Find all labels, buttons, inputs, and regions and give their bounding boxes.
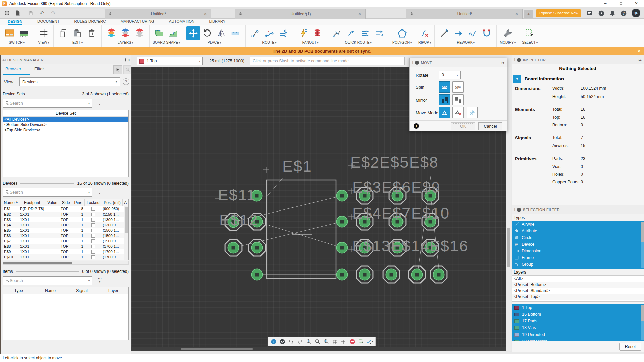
- new-tab-button[interactable]: +: [524, 10, 533, 18]
- column-header-side[interactable]: Side: [60, 199, 72, 206]
- document-tab[interactable]: Untitled*(1)✕: [235, 9, 366, 19]
- layer-row-16-bottom[interactable]: 16 Bottom: [512, 311, 644, 318]
- zoom-out-icon[interactable]: [314, 338, 321, 345]
- device-set-column-header[interactable]: Device Set: [3, 110, 128, 117]
- wrench-icon[interactable]: [501, 26, 515, 40]
- types-scrollbar[interactable]: [641, 222, 644, 268]
- save-icon[interactable]: [26, 9, 35, 17]
- board-outline-icon[interactable]: [153, 26, 166, 40]
- avatar[interactable]: QE: [632, 9, 640, 17]
- layer-row-1-top[interactable]: 1 Top: [512, 304, 644, 311]
- app-grid-icon[interactable]: [3, 9, 11, 17]
- spline-area-icon[interactable]: [167, 26, 180, 40]
- expired-subscribe-button[interactable]: Expired: Subscribe Now: [536, 9, 581, 17]
- layer-row-20-dimension[interactable]: 20 Dimension: [512, 338, 644, 341]
- multi-route-icon[interactable]: [359, 26, 372, 40]
- device-sets-search[interactable]: ▾: [3, 99, 92, 108]
- toolbar-group-label[interactable]: MODIFY▾: [500, 40, 516, 44]
- locked-checkbox[interactable]: [91, 218, 95, 222]
- menu-tab-manufacturing[interactable]: MANUFACTURING: [120, 19, 154, 25]
- mirror-tool-icon[interactable]: [215, 26, 228, 40]
- devices-menu-button[interactable]: ⋯▾: [95, 189, 105, 195]
- chevron-down-icon[interactable]: ▾: [88, 279, 90, 282]
- rotate-dropdown[interactable]: 0 ▾: [439, 71, 461, 79]
- expand-right-icon[interactable]: ▸▸: [502, 61, 505, 64]
- ruler-icon[interactable]: [229, 26, 242, 40]
- paste-icon[interactable]: [71, 26, 84, 40]
- type-row-frame[interactable]: Frame: [512, 254, 644, 261]
- select-cursor-button[interactable]: [113, 65, 122, 74]
- spin-off-button[interactable]: ypc: [452, 81, 464, 93]
- info-icon[interactable]: i: [414, 123, 419, 129]
- board-label[interactable]: E$4E$7E$10: [352, 204, 450, 222]
- delete-icon[interactable]: [85, 26, 98, 40]
- help-icon[interactable]: ?: [619, 9, 628, 18]
- redo-icon[interactable]: ↷: [49, 9, 58, 17]
- column-header-locked[interactable]: Locked: [84, 199, 102, 206]
- type-row-group[interactable]: Group: [512, 261, 644, 268]
- board-label[interactable]: E$12: [219, 211, 258, 229]
- rework-arrow-icon[interactable]: [452, 26, 465, 40]
- menu-tab-document[interactable]: DOCUMENT: [37, 19, 59, 25]
- toolbar-group-label[interactable]: POLYGON▾: [392, 40, 412, 44]
- table-row[interactable]: E$1P(R-PDIP-T8)TOP8(900 950): [3, 206, 128, 212]
- device-set-row[interactable]: <All Devices>: [3, 117, 128, 122]
- layers-red-icon[interactable]: [133, 26, 146, 40]
- locked-checkbox[interactable]: [91, 213, 95, 216]
- document-tab[interactable]: Untitled*✕: [105, 9, 211, 19]
- info-icon[interactable]: i: [270, 338, 277, 345]
- device-sets-search-input[interactable]: [10, 101, 88, 106]
- chevron-down-icon[interactable]: ▾: [88, 191, 90, 194]
- column-header-layer[interactable]: Layer: [98, 287, 129, 294]
- column-header-pins[interactable]: Pins: [72, 199, 84, 206]
- airwire-line[interactable]: [267, 178, 283, 196]
- move-mode-snap-button[interactable]: [467, 107, 478, 118]
- devices-search-input[interactable]: [10, 190, 88, 195]
- minimize-icon[interactable]: –: [598, 0, 613, 7]
- tab-close-icon[interactable]: ✕: [203, 12, 208, 16]
- toolbar-group-label[interactable]: SWITCH▾: [9, 40, 24, 44]
- quick-route-icon[interactable]: [330, 26, 344, 40]
- component-outline[interactable]: [266, 180, 336, 279]
- comment-icon[interactable]: [585, 9, 594, 18]
- drag-handle-icon[interactable]: ‖: [412, 61, 413, 64]
- column-header-footprint[interactable]: Footprint: [19, 199, 45, 206]
- tab-close-icon[interactable]: ✕: [514, 12, 519, 16]
- rework-line-icon[interactable]: [438, 26, 451, 40]
- pcb-board-icon[interactable]: [3, 26, 16, 40]
- locked-checkbox[interactable]: [91, 250, 95, 254]
- zoom-in-icon[interactable]: [305, 338, 312, 345]
- crosshair-icon[interactable]: [340, 338, 347, 345]
- redo-view-icon[interactable]: [296, 338, 304, 345]
- layers-scrollbar[interactable]: [641, 305, 644, 340]
- move-mode-free-button[interactable]: [452, 107, 464, 118]
- reset-button[interactable]: Reset: [619, 343, 641, 351]
- board-label[interactable]: E$2E$5E$8: [350, 154, 439, 171]
- table-row[interactable]: E$41X01TOP1(1300 9...: [3, 222, 128, 228]
- command-line-input[interactable]: [250, 57, 405, 65]
- preset-row[interactable]: <Preset_Standard>: [512, 288, 644, 294]
- route-multi-icon[interactable]: [263, 26, 276, 40]
- warning-close-icon[interactable]: ✕: [637, 47, 641, 55]
- toolbar-group-label[interactable]: QUICK ROUTE▾: [345, 40, 372, 44]
- move-dialog-header[interactable]: ‖ – MOVE ▸▸: [410, 58, 507, 67]
- document-tab[interactable]: Untitled*✕: [406, 9, 523, 19]
- polygon-icon[interactable]: [395, 26, 409, 40]
- move-mode-angle-button[interactable]: [439, 107, 450, 118]
- schematic-icon[interactable]: [17, 26, 31, 40]
- device-set-row[interactable]: <Top Side Devices>: [3, 127, 128, 133]
- locked-checkbox[interactable]: [91, 234, 95, 238]
- column-header-pos-mil-[interactable]: Pos. (mil): [102, 199, 123, 206]
- zoom-window-icon[interactable]: [322, 338, 330, 345]
- close-icon[interactable]: ✕: [629, 0, 644, 7]
- panel-minus-icon[interactable]: –‖: [125, 58, 129, 62]
- locked-checkbox[interactable]: [91, 229, 95, 232]
- route-icon[interactable]: [249, 26, 262, 40]
- toolbar-group-label[interactable]: RIPUP▾: [418, 40, 431, 44]
- layer-dropdown[interactable]: 1 Top ▾: [137, 57, 203, 65]
- toolbar-group-label[interactable]: SELECT▾: [522, 40, 538, 44]
- locked-checkbox[interactable]: [91, 255, 95, 259]
- rework-wave-icon[interactable]: [466, 26, 479, 40]
- device-sets-menu-button[interactable]: ⋯▾: [95, 100, 105, 106]
- preset-row[interactable]: <All>: [512, 276, 644, 282]
